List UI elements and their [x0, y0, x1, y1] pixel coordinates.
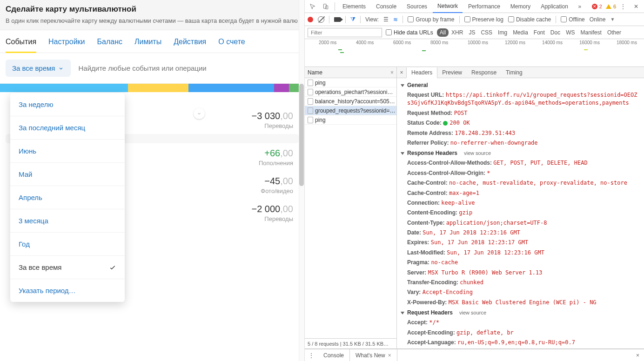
dropdown-item[interactable]: За все время: [10, 256, 125, 279]
error-count[interactable]: 2: [599, 4, 602, 9]
close-icon[interactable]: ×: [390, 69, 394, 76]
close-drawer-icon[interactable]: ×: [631, 352, 644, 359]
tab-balance[interactable]: Баланс: [97, 38, 122, 53]
type-filter[interactable]: Img: [495, 28, 510, 37]
throttling-select[interactable]: Online: [590, 16, 606, 23]
devtools-tab-network[interactable]: Network: [433, 0, 463, 13]
header-row: Referrer Policy: no-referrer-when-downgr…: [397, 138, 644, 148]
warning-icon[interactable]: [606, 4, 611, 9]
dropdown-item[interactable]: 3 месяца: [10, 209, 125, 233]
group-by-frame-checkbox[interactable]: Group by frame: [408, 16, 454, 23]
drawer-menu-icon[interactable]: ⋮: [305, 352, 318, 359]
response-tab[interactable]: Response: [467, 67, 501, 78]
network-filter-bar: Hide data URLs AllXHRJSCSSImgMediaFontDo…: [305, 26, 644, 39]
hide-data-urls-checkbox[interactable]: Hide data URLs: [386, 29, 433, 36]
more-tabs-icon[interactable]: »: [574, 0, 586, 13]
drawer-whatsnew-tab[interactable]: What's New×: [350, 349, 397, 361]
view-source-link[interactable]: view source: [464, 150, 491, 156]
chevron-down-icon: [58, 65, 64, 72]
dropdown-item[interactable]: За последний месяц: [10, 116, 125, 140]
error-count-icon[interactable]: ✕: [592, 4, 597, 9]
scroll-thumb[interactable]: [299, 84, 304, 186]
request-row[interactable]: ping: [305, 115, 396, 125]
preview-tab[interactable]: Preview: [437, 67, 467, 78]
clear-icon[interactable]: [318, 16, 324, 23]
headers-tab[interactable]: Headers: [406, 67, 437, 78]
dropdown-item[interactable]: Год: [10, 233, 125, 256]
headers-body[interactable]: GeneralRequest URL: https://api.tinkoff.…: [397, 78, 644, 348]
dropdown-icon[interactable]: ▼: [610, 17, 615, 22]
network-body: Name× pingoperations_piechart?sessioni…b…: [305, 67, 644, 349]
warning-count[interactable]: 6: [613, 4, 616, 9]
request-row[interactable]: operations_piechart?sessioni…: [305, 87, 396, 97]
type-filter[interactable]: CSS: [478, 28, 495, 37]
preserve-log-checkbox[interactable]: Preserve log: [464, 16, 503, 23]
drawer: ⋮ Console What's New× ×: [305, 349, 644, 361]
type-filter[interactable]: Media: [510, 28, 531, 37]
request-row[interactable]: ping: [305, 78, 396, 87]
dropdown-item[interactable]: Май: [10, 163, 125, 186]
type-filter[interactable]: Other: [604, 28, 624, 37]
devtools-tab-elements[interactable]: Elements: [338, 0, 370, 13]
disable-cache-checkbox[interactable]: Disable cache: [508, 16, 551, 23]
expand-chevron-icon[interactable]: [194, 108, 205, 119]
devtools-tab-performance[interactable]: Performance: [463, 0, 505, 13]
close-icon[interactable]: ×: [388, 352, 391, 359]
kebab-icon[interactable]: ⋮: [617, 0, 629, 13]
record-icon[interactable]: [308, 17, 313, 22]
timeline[interactable]: 2000 ms4000 ms6000 ms8000 ms10000 ms1200…: [305, 39, 644, 67]
op-category: Переводы: [251, 122, 293, 129]
section-header[interactable]: General: [397, 80, 644, 90]
period-dropdown-button[interactable]: За все время: [6, 60, 71, 77]
devtools-tab-console[interactable]: Console: [371, 0, 401, 13]
dropdown-item[interactable]: Апрель: [10, 186, 125, 209]
section-header[interactable]: Request Headersview source: [397, 308, 644, 318]
dropdown-item[interactable]: Указать период…: [10, 279, 125, 302]
tab-about[interactable]: О счете: [218, 38, 245, 53]
timing-tab[interactable]: Timing: [501, 67, 527, 78]
devtools-tab-application[interactable]: Application: [536, 0, 573, 13]
offline-checkbox[interactable]: Offline: [561, 16, 584, 23]
tab-limits[interactable]: Лимиты: [134, 38, 161, 53]
search-row: За все время: [0, 53, 304, 84]
devtools-tab-memory[interactable]: Memory: [506, 0, 535, 13]
dropdown-item[interactable]: За неделю: [10, 93, 125, 116]
period-dropdown: За неделюЗа последний месяцИюньМайАпрель…: [10, 93, 125, 302]
type-filter[interactable]: JS: [466, 28, 478, 37]
search-input[interactable]: [74, 60, 299, 76]
inspect-icon[interactable]: [307, 0, 319, 13]
dropdown-item[interactable]: Июнь: [10, 140, 125, 163]
devtools-pane: Elements Console Sources Network Perform…: [305, 0, 644, 361]
type-filter[interactable]: WS: [563, 28, 577, 37]
filter-input[interactable]: [308, 28, 382, 37]
request-row[interactable]: balance_history?account=505…: [305, 97, 396, 106]
devtools-tab-sources[interactable]: Sources: [402, 0, 432, 13]
network-toolbar: ⧩ View: ☰ ≋ Group by frame Preserve log …: [305, 13, 644, 26]
header-row: Transfer-Encoding: chunked: [397, 278, 644, 287]
view-source-link[interactable]: view source: [459, 310, 486, 315]
header-row: Accept-Encoding: gzip, deflate, br: [397, 328, 644, 338]
category-bar[interactable]: [0, 84, 304, 92]
device-mode-icon[interactable]: [320, 0, 332, 13]
scrollbar[interactable]: [299, 0, 304, 361]
tab-events[interactable]: События: [6, 38, 36, 53]
type-filter[interactable]: All: [437, 28, 449, 37]
drawer-console-tab[interactable]: Console: [318, 349, 350, 361]
type-filter[interactable]: Font: [531, 28, 548, 37]
name-header[interactable]: Name×: [305, 67, 396, 78]
close-detail-icon[interactable]: ×: [397, 69, 406, 76]
large-rows-icon[interactable]: ☰: [383, 16, 389, 23]
waterfall-icon[interactable]: ≋: [393, 16, 398, 23]
filter-icon[interactable]: ⧩: [350, 16, 356, 23]
tab-actions[interactable]: Действия: [174, 38, 206, 53]
type-filter[interactable]: XHR: [449, 28, 466, 37]
request-row[interactable]: grouped_requests?sessionid=…: [305, 106, 396, 115]
type-filter[interactable]: Manifest: [578, 28, 604, 37]
type-filter[interactable]: Doc: [548, 28, 563, 37]
view-label: View:: [365, 16, 379, 23]
close-devtools-icon[interactable]: ✕: [630, 0, 642, 13]
tab-settings[interactable]: Настройки: [48, 38, 85, 53]
header-row: Accept: */*: [397, 318, 644, 328]
section-header[interactable]: Response Headersview source: [397, 148, 644, 158]
screenshot-icon[interactable]: [334, 17, 341, 22]
